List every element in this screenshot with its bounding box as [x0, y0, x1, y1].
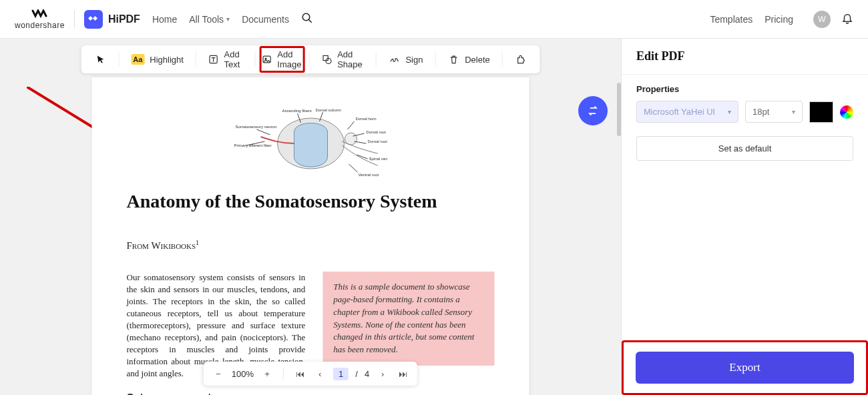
highlight-icon: Aa — [131, 54, 144, 65]
svg-text:Dorsal column: Dorsal column — [315, 108, 341, 112]
trash-icon — [447, 53, 459, 65]
neuron-diagram-image: Ascending fibers Dorsal column Dorsal ho… — [234, 107, 387, 180]
doc-callout: This is a sample document to showcase pa… — [322, 272, 494, 366]
text-icon — [208, 53, 219, 65]
nav-home[interactable]: Home — [152, 14, 177, 25]
chevron-down-icon: ▾ — [728, 108, 731, 115]
bell-icon — [841, 12, 853, 24]
font-size-value: 18pt — [752, 107, 769, 117]
svg-point-2 — [302, 13, 310, 21]
svg-line-18 — [349, 164, 357, 172]
svg-point-11 — [345, 133, 357, 145]
svg-text:Dorsal root ganglion: Dorsal root ganglion — [367, 139, 387, 143]
zoom-out-button[interactable]: − — [212, 367, 225, 380]
editor-toolbar: Aa Highlight Add Text Add Image — [81, 45, 540, 73]
svg-text:Somatosensory neuron: Somatosensory neuron — [235, 125, 276, 129]
doc-title: Anatomy of the Somatosensory System — [127, 191, 495, 212]
delete-tool[interactable]: Delete — [439, 49, 498, 69]
svg-text:Primary afferent fiber: Primary afferent fiber — [234, 143, 271, 147]
doc-byline: From Wikibooks1 — [127, 239, 495, 252]
add-text-label: Add Text — [224, 49, 243, 69]
properties-label: Properties — [622, 75, 868, 101]
add-shape-label: Add Shape — [337, 49, 364, 69]
scrollbar-thumb[interactable] — [617, 83, 621, 136]
zoom-level: 100% — [232, 369, 254, 379]
nav-pricing[interactable]: Pricing — [765, 14, 793, 25]
svg-line-14 — [347, 121, 354, 129]
font-size-select[interactable]: 18pt ▾ — [745, 101, 803, 123]
chevron-down-icon: ▾ — [792, 108, 795, 115]
puzzle-icon — [514, 53, 526, 65]
add-image-tool[interactable]: Add Image — [259, 46, 304, 73]
highlight-tool[interactable]: Aa Highlight — [123, 50, 192, 69]
svg-text:Spinal nerve: Spinal nerve — [369, 157, 387, 161]
editor-workspace: Aa Highlight Add Text Add Image — [0, 39, 621, 395]
svg-point-8 — [326, 58, 331, 63]
divider — [74, 10, 75, 29]
image-icon — [261, 53, 272, 65]
font-family-value: Microsoft YaHei UI — [644, 107, 715, 117]
color-swatch[interactable] — [809, 101, 833, 123]
nav-templates[interactable]: Templates — [710, 14, 752, 25]
zoom-in-button[interactable]: + — [260, 367, 274, 380]
chevron-down-icon: ▾ — [226, 15, 230, 23]
svg-rect-0 — [88, 15, 93, 20]
nav-documents[interactable]: Documents — [242, 14, 289, 25]
svg-line-19 — [256, 129, 270, 135]
highlight-label: Highlight — [150, 55, 184, 65]
prev-page-button[interactable]: ‹ — [313, 367, 327, 380]
properties-panel: Edit PDF Properties Microsoft YaHei UI ▾… — [621, 39, 868, 395]
add-shape-tool[interactable]: Add Shape — [313, 45, 372, 73]
page-current[interactable]: 1 — [333, 368, 349, 380]
color-picker-button[interactable] — [840, 105, 853, 119]
svg-text:Ascending fibers: Ascending fibers — [282, 109, 311, 113]
cursor-tool[interactable] — [87, 49, 115, 69]
shape-icon — [321, 53, 332, 65]
brand-name: wondershare — [15, 21, 65, 29]
nav-all-tools-label: All Tools — [189, 14, 224, 25]
svg-rect-1 — [93, 15, 97, 20]
svg-rect-7 — [323, 55, 328, 60]
svg-line-3 — [308, 19, 312, 23]
svg-point-6 — [265, 58, 266, 59]
page-sep: / — [355, 369, 358, 379]
swap-icon — [586, 104, 600, 117]
sign-tool[interactable]: Sign — [380, 49, 431, 69]
hipdf-logo-icon — [84, 10, 103, 29]
page-total: 4 — [365, 369, 369, 379]
cursor-icon — [95, 53, 107, 65]
next-page-button[interactable]: › — [376, 367, 389, 380]
sign-icon — [388, 53, 400, 65]
swap-button[interactable] — [578, 96, 608, 125]
svg-text:Ventral root: Ventral root — [358, 173, 379, 177]
document-page[interactable]: Ascending fibers Dorsal column Dorsal ho… — [92, 77, 529, 395]
first-page-button[interactable]: ⏮ — [293, 367, 306, 380]
app-header: wondershare HiPDF Home All Tools ▾ Docum… — [0, 0, 868, 39]
font-family-select[interactable]: Microsoft YaHei UI ▾ — [636, 101, 738, 123]
add-text-tool[interactable]: Add Text — [200, 45, 251, 73]
app-name: HiPDF — [108, 13, 140, 25]
last-page-button[interactable]: ⏭ — [396, 367, 409, 380]
search-icon — [301, 12, 313, 24]
doc-subheading: Cutaneous receptors — [127, 391, 306, 395]
delete-label: Delete — [465, 55, 490, 65]
export-button[interactable]: Export — [636, 352, 854, 384]
svg-text:Dorsal horn: Dorsal horn — [355, 117, 376, 121]
search-button[interactable] — [301, 12, 313, 27]
user-avatar[interactable]: W — [813, 11, 831, 28]
svg-text:Dorsal root: Dorsal root — [366, 130, 386, 134]
add-image-label: Add Image — [277, 49, 302, 69]
sign-label: Sign — [405, 55, 423, 65]
plugins-tool[interactable] — [506, 49, 534, 69]
notifications-button[interactable] — [841, 12, 853, 27]
wondershare-logo-icon — [31, 9, 47, 21]
nav-all-tools[interactable]: All Tools ▾ — [189, 14, 230, 25]
set-default-button[interactable]: Set as default — [636, 136, 853, 161]
page-controls: − 100% + ⏮ ‹ 1 / 4 › ⏭ — [204, 362, 417, 386]
wondershare-brand: wondershare — [15, 9, 65, 29]
panel-title: Edit PDF — [622, 39, 868, 75]
